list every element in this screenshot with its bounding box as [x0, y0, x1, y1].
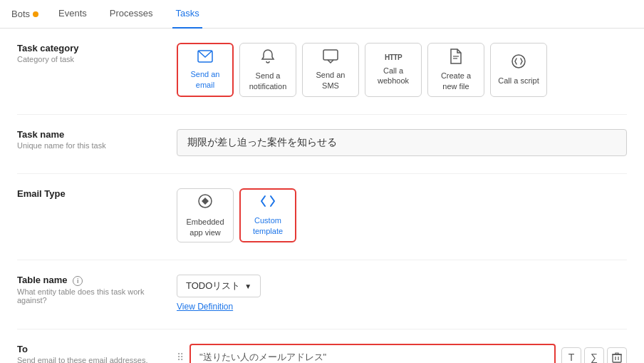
to-delete-button[interactable] — [607, 347, 627, 363]
to-sublabel: Send email to these email addresses. (Ex… — [17, 356, 160, 363]
task-category-label: Task category — [17, 43, 160, 53]
nav-tasks[interactable]: Tasks — [172, 0, 202, 29]
task-category-content: Send an email Send a notification — [177, 43, 627, 97]
cat-btn-notification-label: Send a notification — [246, 71, 290, 91]
email-type-row: Email Type Embedded app view — [17, 188, 627, 242]
divider-4 — [17, 329, 627, 329]
table-name-value: TODOリスト — [186, 280, 240, 292]
custom-template-btn-label: Custom template — [246, 215, 289, 236]
task-name-sublabel: Unique name for this task — [17, 141, 160, 150]
nav-bots[interactable]: Bots — [11, 9, 38, 19]
cat-btn-sms-label: Send an SMS — [308, 70, 353, 91]
to-sigma-button[interactable]: ∑ — [584, 347, 604, 363]
task-category-label-col: Task category Category of task — [17, 43, 160, 63]
task-name-input[interactable] — [177, 129, 627, 156]
table-name-content: TODOリスト ▼ View Definition — [177, 275, 627, 312]
embedded-btn-label: Embedded app view — [183, 217, 227, 237]
embedded-icon — [197, 193, 213, 213]
table-name-dropdown[interactable]: TODOリスト ▼ — [177, 275, 261, 297]
cat-btn-send-notification[interactable]: Send a notification — [239, 43, 296, 97]
email-type-label-col: Email Type — [17, 188, 160, 199]
main-content: Task category Category of task Send an e… — [0, 29, 644, 363]
cat-btn-webhook-label: Call a webhook — [371, 66, 415, 86]
view-definition-link[interactable]: View Definition — [177, 302, 627, 312]
divider-1 — [17, 114, 627, 115]
task-name-content — [177, 129, 627, 156]
to-input-field[interactable]: "送りたい人のメールアドレス" — [189, 344, 556, 363]
svg-rect-1 — [323, 50, 338, 60]
task-name-label: Task name — [17, 129, 160, 140]
table-name-label-col: Table name i What entity table does this… — [17, 275, 160, 305]
nav-processes[interactable]: Processes — [107, 0, 156, 29]
custom-template-icon — [260, 195, 276, 211]
to-text-button[interactable]: T — [561, 347, 581, 363]
category-buttons: Send an email Send a notification — [177, 43, 627, 97]
cat-btn-file-label: Create a new file — [434, 71, 478, 91]
email-type-custom-template[interactable]: Custom template — [239, 188, 296, 242]
svg-rect-7 — [613, 354, 621, 362]
sms-icon — [323, 49, 338, 66]
email-type-embedded[interactable]: Embedded app view — [177, 188, 234, 242]
notification-icon — [261, 48, 275, 66]
email-type-buttons: Embedded app view Custom template — [177, 188, 627, 242]
to-input-value: "送りたい人のメールアドレス" — [199, 352, 326, 362]
script-icon — [511, 53, 526, 71]
to-label: To — [17, 344, 160, 354]
svg-point-4 — [512, 55, 525, 68]
task-category-sublabel: Category of task — [17, 55, 160, 63]
cat-btn-send-sms[interactable]: Send an SMS — [302, 43, 359, 97]
divider-3 — [17, 260, 627, 260]
cat-btn-script-label: Call a script — [498, 76, 539, 86]
bots-label-text: Bots — [11, 9, 30, 19]
task-name-row: Task name Unique name for this task — [17, 129, 627, 156]
svg-marker-6 — [202, 198, 209, 205]
cat-btn-send-email[interactable]: Send an email — [177, 43, 234, 97]
file-icon — [450, 48, 462, 66]
task-name-label-col: Task name Unique name for this task — [17, 129, 160, 150]
email-type-label: Email Type — [17, 188, 160, 199]
drag-handle-icon[interactable]: ⠿ — [177, 352, 184, 363]
cat-btn-call-script[interactable]: Call a script — [490, 43, 547, 97]
to-label-col: To Send email to these email addresses. … — [17, 344, 160, 363]
top-nav: Bots Events Processes Tasks — [0, 0, 644, 29]
to-actions: T ∑ — [561, 347, 627, 363]
bots-status-dot — [33, 11, 38, 17]
to-field-row: To Send email to these email addresses. … — [17, 344, 627, 363]
cat-btn-email-label: Send an email — [184, 69, 227, 90]
email-type-content: Embedded app view Custom template — [177, 188, 627, 242]
webhook-icon: HTTP — [385, 54, 402, 61]
divider-2 — [17, 173, 627, 174]
email-icon — [197, 50, 213, 65]
to-field-content: ⠿ "送りたい人のメールアドレス" T ∑ — [177, 344, 627, 363]
table-name-label: Table name i — [17, 275, 160, 286]
task-category-row: Task category Category of task Send an e… — [17, 43, 627, 97]
to-input-row: ⠿ "送りたい人のメールアドレス" T ∑ — [177, 344, 627, 363]
table-name-sublabel: What entity table does this task work ag… — [17, 287, 160, 305]
nav-events[interactable]: Events — [56, 0, 90, 29]
cat-btn-call-webhook[interactable]: HTTP Call a webhook — [365, 43, 422, 97]
table-name-info-icon[interactable]: i — [73, 276, 83, 286]
cat-btn-create-file[interactable]: Create a new file — [427, 43, 484, 97]
chevron-down-icon: ▼ — [244, 282, 251, 290]
table-name-row: Table name i What entity table does this… — [17, 275, 627, 312]
